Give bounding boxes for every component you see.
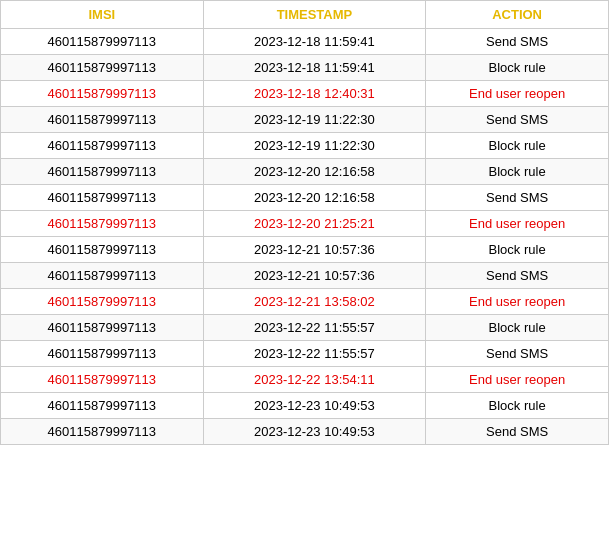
table-row: 4601158799971132023-12-20 12:16:58Send S…	[1, 185, 609, 211]
cell-action: Send SMS	[426, 341, 609, 367]
cell-action: Send SMS	[426, 29, 609, 55]
cell-imsi: 460115879997113	[1, 211, 204, 237]
cell-imsi: 460115879997113	[1, 315, 204, 341]
cell-imsi: 460115879997113	[1, 29, 204, 55]
cell-timestamp: 2023-12-23 10:49:53	[203, 419, 426, 445]
cell-timestamp: 2023-12-18 11:59:41	[203, 29, 426, 55]
table-row: 4601158799971132023-12-19 11:22:30Send S…	[1, 107, 609, 133]
cell-imsi: 460115879997113	[1, 367, 204, 393]
cell-imsi: 460115879997113	[1, 81, 204, 107]
cell-action: Block rule	[426, 159, 609, 185]
cell-imsi: 460115879997113	[1, 263, 204, 289]
cell-action: Block rule	[426, 133, 609, 159]
table-row: 4601158799971132023-12-20 12:16:58Block …	[1, 159, 609, 185]
cell-imsi: 460115879997113	[1, 341, 204, 367]
table-row: 4601158799971132023-12-18 11:59:41Send S…	[1, 29, 609, 55]
table-row: 4601158799971132023-12-18 11:59:41Block …	[1, 55, 609, 81]
cell-timestamp: 2023-12-18 11:59:41	[203, 55, 426, 81]
cell-timestamp: 2023-12-21 13:58:02	[203, 289, 426, 315]
table-row: 4601158799971132023-12-23 10:49:53Send S…	[1, 419, 609, 445]
cell-action: End user reopen	[426, 81, 609, 107]
table-row: 4601158799971132023-12-22 13:54:11End us…	[1, 367, 609, 393]
cell-action: Send SMS	[426, 185, 609, 211]
cell-action: Block rule	[426, 55, 609, 81]
cell-imsi: 460115879997113	[1, 237, 204, 263]
cell-timestamp: 2023-12-22 11:55:57	[203, 341, 426, 367]
cell-action: Send SMS	[426, 419, 609, 445]
cell-timestamp: 2023-12-22 11:55:57	[203, 315, 426, 341]
cell-action: Block rule	[426, 237, 609, 263]
table-row: 4601158799971132023-12-23 10:49:53Block …	[1, 393, 609, 419]
table-row: 4601158799971132023-12-21 13:58:02End us…	[1, 289, 609, 315]
header-action: ACTION	[426, 1, 609, 29]
cell-timestamp: 2023-12-19 11:22:30	[203, 133, 426, 159]
cell-action: End user reopen	[426, 289, 609, 315]
cell-imsi: 460115879997113	[1, 419, 204, 445]
cell-timestamp: 2023-12-21 10:57:36	[203, 237, 426, 263]
data-table: IMSI TIMESTAMP ACTION 460115879997113202…	[0, 0, 609, 445]
table-row: 4601158799971132023-12-20 21:25:21End us…	[1, 211, 609, 237]
cell-timestamp: 2023-12-22 13:54:11	[203, 367, 426, 393]
cell-timestamp: 2023-12-20 21:25:21	[203, 211, 426, 237]
cell-action: End user reopen	[426, 211, 609, 237]
cell-action: End user reopen	[426, 367, 609, 393]
cell-timestamp: 2023-12-18 12:40:31	[203, 81, 426, 107]
cell-imsi: 460115879997113	[1, 133, 204, 159]
cell-action: Send SMS	[426, 107, 609, 133]
cell-timestamp: 2023-12-20 12:16:58	[203, 185, 426, 211]
cell-imsi: 460115879997113	[1, 393, 204, 419]
header-timestamp: TIMESTAMP	[203, 1, 426, 29]
table-row: 4601158799971132023-12-21 10:57:36Block …	[1, 237, 609, 263]
cell-imsi: 460115879997113	[1, 107, 204, 133]
table-row: 4601158799971132023-12-22 11:55:57Block …	[1, 315, 609, 341]
cell-imsi: 460115879997113	[1, 289, 204, 315]
cell-action: Block rule	[426, 315, 609, 341]
table-row: 4601158799971132023-12-19 11:22:30Block …	[1, 133, 609, 159]
cell-action: Block rule	[426, 393, 609, 419]
table-row: 4601158799971132023-12-21 10:57:36Send S…	[1, 263, 609, 289]
cell-imsi: 460115879997113	[1, 159, 204, 185]
cell-imsi: 460115879997113	[1, 185, 204, 211]
cell-timestamp: 2023-12-19 11:22:30	[203, 107, 426, 133]
cell-timestamp: 2023-12-23 10:49:53	[203, 393, 426, 419]
cell-timestamp: 2023-12-21 10:57:36	[203, 263, 426, 289]
cell-imsi: 460115879997113	[1, 55, 204, 81]
cell-timestamp: 2023-12-20 12:16:58	[203, 159, 426, 185]
table-row: 4601158799971132023-12-18 12:40:31End us…	[1, 81, 609, 107]
table-row: 4601158799971132023-12-22 11:55:57Send S…	[1, 341, 609, 367]
cell-action: Send SMS	[426, 263, 609, 289]
header-imsi: IMSI	[1, 1, 204, 29]
